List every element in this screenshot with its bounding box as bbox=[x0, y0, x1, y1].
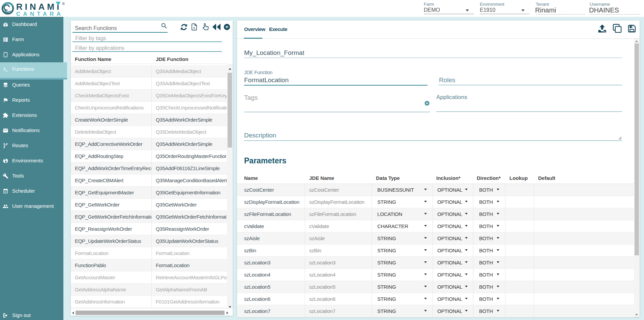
svg-text:RINAMI: RINAMI bbox=[16, 2, 61, 12]
svg-text:CANTARA: CANTARA bbox=[16, 11, 63, 17]
svg-text:x: x bbox=[193, 26, 195, 30]
svg-text:®: ® bbox=[62, 2, 65, 6]
